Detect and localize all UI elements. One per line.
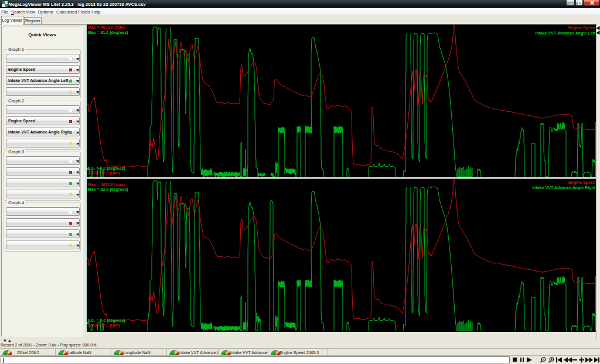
svg-text:2463 067.0 (rpm): 2463 067.0 (rpm): [88, 323, 120, 328]
svg-text:Max = 31.0 (degrees): Max = 31.0 (degrees): [88, 30, 128, 35]
svg-text:1.0₁ = 0.0 (degrees): 1.0₁ = 0.0 (degrees): [88, 166, 125, 171]
svg-text:Max = 4673.0 (rpm): Max = 4673.0 (rpm): [88, 183, 125, 187]
svg-text:Max = 4673.0 (rpm): Max = 4673.0 (rpm): [88, 25, 125, 30]
svg-text:Engine Speed: Engine Speed: [568, 26, 595, 30]
svg-text:Max = 32.0 (degrees): Max = 32.0 (degrees): [88, 187, 128, 192]
svg-text:Engine Speed: Engine Speed: [568, 180, 595, 185]
svg-text:Intake VVT Advance Angle Right: Intake VVT Advance Angle Right: [532, 186, 595, 190]
svg-text:2463 367.0 (rpm): 2463 367.0 (rpm): [88, 171, 120, 176]
svg-text:Intake VVT Advance Angle Left: Intake VVT Advance Angle Left: [535, 31, 595, 36]
